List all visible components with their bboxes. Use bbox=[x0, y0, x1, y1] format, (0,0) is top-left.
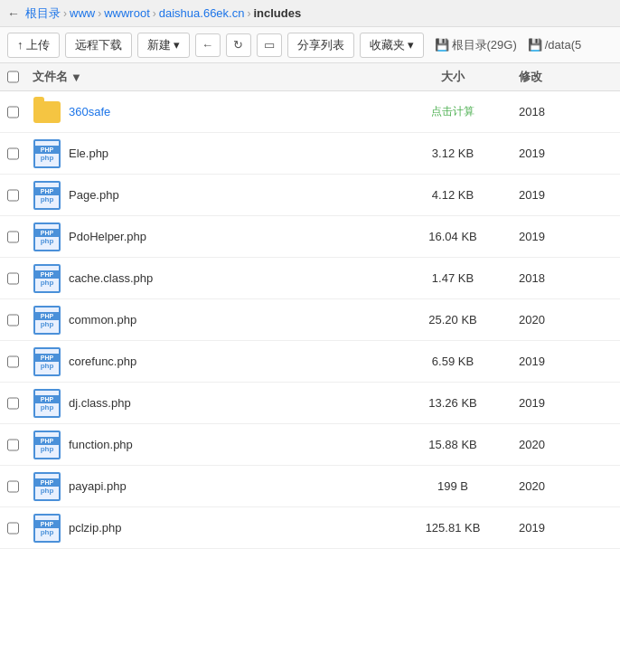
header-name-col[interactable]: 文件名 ▼ bbox=[25, 69, 394, 85]
row-name-col: PHPphpEle.php bbox=[25, 134, 394, 174]
file-link[interactable]: payapi.php bbox=[69, 479, 127, 493]
header-name-sort-icon: ▼ bbox=[70, 71, 82, 84]
row-checkbox[interactable] bbox=[7, 147, 19, 160]
toolbar-back-button[interactable]: ← bbox=[195, 33, 221, 57]
row-size-col[interactable]: 点击计算 bbox=[394, 99, 512, 125]
new-button[interactable]: 新建 ▾ bbox=[137, 33, 190, 58]
row-checkbox[interactable] bbox=[7, 397, 19, 410]
breadcrumb-sep-0: › bbox=[63, 7, 67, 20]
toolbar-back-icon: ← bbox=[202, 38, 213, 52]
row-checkbox[interactable] bbox=[7, 189, 19, 202]
row-date-col: 2019 bbox=[512, 349, 620, 374]
row-checkbox[interactable] bbox=[7, 439, 19, 451]
back-button[interactable]: ← bbox=[7, 6, 20, 21]
refresh-icon: ↻ bbox=[233, 38, 243, 52]
breadcrumb-wwwroot[interactable]: wwwroot bbox=[104, 6, 150, 20]
breadcrumb-www[interactable]: www bbox=[70, 6, 95, 20]
row-name-col: PHPphpcommon.php bbox=[25, 300, 394, 340]
row-checkbox[interactable] bbox=[7, 314, 19, 327]
disk1-label: 根目录(29G) bbox=[452, 37, 517, 53]
file-link[interactable]: pclzip.php bbox=[69, 521, 122, 535]
header-size-col: 大小 bbox=[394, 69, 512, 85]
row-size-col: 199 B bbox=[394, 474, 512, 498]
row-checkbox-col bbox=[0, 184, 25, 207]
table-row: PHPphpPdoHelper.php16.04 KB2019 bbox=[0, 216, 620, 258]
file-link[interactable]: PdoHelper.php bbox=[69, 230, 146, 243]
row-checkbox[interactable] bbox=[7, 522, 19, 535]
row-checkbox-col bbox=[0, 308, 25, 332]
table-row: PHPphpEle.php3.12 KB2019 bbox=[0, 133, 620, 175]
row-checkbox-col bbox=[0, 142, 25, 166]
row-date-col: 2020 bbox=[512, 308, 620, 332]
row-name-col: PHPphppayapi.php bbox=[25, 467, 394, 506]
row-checkbox[interactable] bbox=[7, 106, 19, 118]
toolbar: ↑ 上传 远程下载 新建 ▾ ← ↻ ▭ 分享列表 收藏夹 ▾ 💾 根目录(29… bbox=[0, 27, 620, 63]
breadcrumb-sep-1: › bbox=[98, 7, 101, 20]
disk1-info: 💾 根目录(29G) bbox=[435, 37, 517, 53]
share-list-label: 分享列表 bbox=[297, 37, 344, 53]
folder-link[interactable]: 360safe bbox=[69, 105, 110, 118]
row-date-col: 2020 bbox=[512, 432, 620, 457]
php-file-icon: PHPphp bbox=[33, 389, 61, 418]
row-name-col: PHPphpfunction.php bbox=[25, 425, 394, 465]
header-checkbox-col bbox=[0, 69, 25, 85]
disk-info: 💾 根目录(29G) 💾 /data(5 bbox=[435, 37, 582, 53]
php-file-icon: PHPphp bbox=[33, 347, 61, 376]
bookmarks-label: 收藏夹 bbox=[370, 37, 405, 53]
header-modified-label: 修改 bbox=[519, 69, 542, 85]
view-icon: ▭ bbox=[264, 38, 275, 52]
refresh-button[interactable]: ↻ bbox=[226, 33, 251, 57]
share-list-button[interactable]: 分享列表 bbox=[287, 33, 354, 58]
breadcrumb-sep-2: › bbox=[153, 7, 156, 20]
click-to-calculate[interactable]: 点击计算 bbox=[431, 104, 474, 119]
row-checkbox-col bbox=[0, 350, 25, 374]
table-row: PHPphppclzip.php125.81 KB2019 bbox=[0, 507, 620, 549]
breadcrumb-sep-3: › bbox=[247, 7, 250, 20]
file-rows: 360safe点击计算2018PHPphpEle.php3.12 KB2019P… bbox=[0, 91, 620, 549]
row-checkbox[interactable] bbox=[7, 480, 19, 493]
row-size-col: 125.81 KB bbox=[394, 516, 512, 540]
view-toggle-button[interactable]: ▭ bbox=[257, 33, 282, 57]
row-checkbox-col bbox=[0, 475, 25, 498]
file-link[interactable]: corefunc.php bbox=[69, 355, 136, 368]
php-file-icon: PHPphp bbox=[33, 472, 61, 501]
new-label: 新建 bbox=[147, 37, 171, 53]
row-checkbox-col bbox=[0, 433, 25, 457]
row-checkbox[interactable] bbox=[7, 355, 19, 368]
breadcrumb-root[interactable]: 根目录 bbox=[25, 5, 61, 22]
row-size-col: 6.59 KB bbox=[394, 349, 512, 374]
new-dropdown-icon: ▾ bbox=[174, 38, 180, 52]
file-link[interactable]: Ele.php bbox=[69, 147, 108, 160]
file-link[interactable]: cache.class.php bbox=[69, 271, 153, 285]
breadcrumb-bar: ← 根目录 › www › wwwroot › daishua.66ek.cn … bbox=[0, 0, 620, 27]
row-checkbox[interactable] bbox=[7, 272, 19, 285]
row-checkbox[interactable] bbox=[7, 231, 19, 243]
bookmarks-button[interactable]: 收藏夹 ▾ bbox=[360, 33, 424, 58]
header-name-label: 文件名 bbox=[33, 69, 68, 85]
remote-download-button[interactable]: 远程下载 bbox=[65, 33, 132, 58]
row-checkbox-col bbox=[0, 225, 25, 249]
file-link[interactable]: common.php bbox=[69, 313, 136, 327]
php-file-icon: PHPphp bbox=[33, 264, 61, 293]
breadcrumb-current: includes bbox=[253, 6, 301, 20]
breadcrumb-domain[interactable]: daishua.66ek.cn bbox=[159, 6, 245, 20]
table-row: PHPphpfunction.php15.88 KB2020 bbox=[0, 424, 620, 466]
table-row: PHPphpdj.class.php13.26 KB2019 bbox=[0, 383, 620, 424]
select-all-checkbox[interactable] bbox=[7, 71, 19, 83]
row-name-col: PHPphppclzip.php bbox=[25, 508, 394, 548]
row-size-col: 15.88 KB bbox=[394, 432, 512, 457]
file-link[interactable]: Page.php bbox=[69, 188, 119, 202]
file-link[interactable]: dj.class.php bbox=[69, 396, 131, 410]
php-file-icon: PHPphp bbox=[33, 306, 61, 335]
table-row: PHPphpcorefunc.php6.59 KB2019 bbox=[0, 341, 620, 383]
php-file-icon: PHPphp bbox=[33, 181, 61, 210]
table-row: PHPphppayapi.php199 B2020 bbox=[0, 466, 620, 507]
table-row: 360safe点击计算2018 bbox=[0, 91, 620, 133]
row-checkbox-col bbox=[0, 516, 25, 540]
row-name-col: PHPphpcache.class.php bbox=[25, 259, 394, 298]
upload-button[interactable]: ↑ 上传 bbox=[7, 33, 60, 58]
header-size-label: 大小 bbox=[441, 69, 465, 85]
row-size-col: 13.26 KB bbox=[394, 391, 512, 415]
file-link[interactable]: function.php bbox=[69, 438, 133, 451]
row-checkbox-col bbox=[0, 392, 25, 415]
